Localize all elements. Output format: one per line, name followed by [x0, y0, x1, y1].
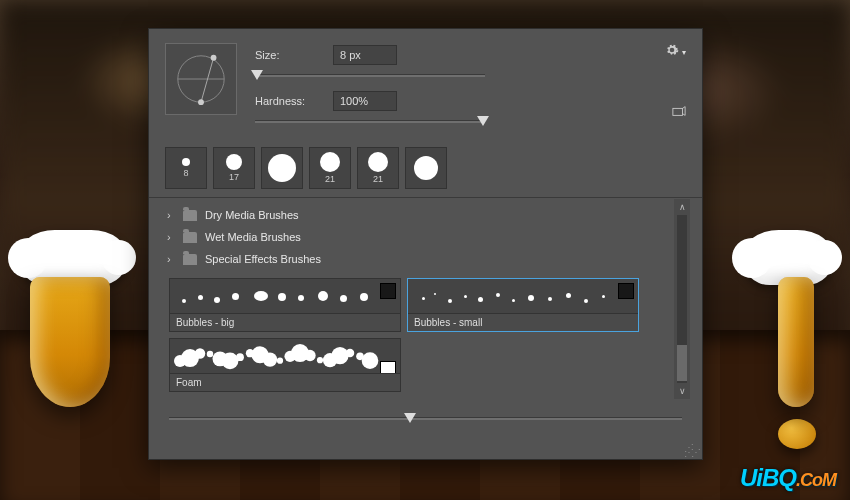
svg-point-8 [195, 348, 205, 358]
brush-preset[interactable] [261, 147, 303, 189]
brush-preset[interactable]: 21 [357, 147, 399, 189]
background-beer-letter-p [18, 230, 128, 407]
brush-folder[interactable]: ›Dry Media Brushes [161, 204, 690, 226]
brush-settings-panel: Size: 8 px Hardness: 100% ▾ 8172121 ›Dry… [148, 28, 703, 460]
svg-point-20 [317, 357, 323, 363]
svg-point-15 [263, 352, 277, 366]
svg-point-9 [207, 351, 213, 357]
scroll-up-icon[interactable]: ∧ [674, 199, 690, 215]
brush-preset[interactable]: 8 [165, 147, 207, 189]
brush-preset[interactable] [405, 147, 447, 189]
brush-folder[interactable]: ›Wet Media Brushes [161, 226, 690, 248]
svg-point-22 [331, 347, 348, 364]
gear-icon[interactable]: ▾ [665, 43, 686, 59]
folder-icon [183, 210, 197, 221]
background-beer-exclaim [742, 230, 834, 449]
size-label: Size: [255, 49, 319, 61]
folder-label: Special Effects Brushes [205, 253, 321, 265]
new-preset-icon[interactable] [672, 105, 686, 119]
brush-tip-thumbnail [380, 361, 396, 373]
size-input[interactable]: 8 px [333, 45, 397, 65]
svg-point-11 [222, 353, 239, 370]
folder-label: Wet Media Brushes [205, 231, 301, 243]
brush-tile[interactable]: ✎Bubbles - big [169, 278, 401, 332]
brush-angle-control[interactable] [165, 43, 237, 115]
resize-grip-icon[interactable]: ⋰⋰⋰ [684, 445, 698, 455]
brush-tip-thumbnail [380, 283, 396, 299]
brush-label: Bubbles - big [170, 313, 400, 331]
brush-tile[interactable]: Foam [169, 338, 401, 392]
brush-tile[interactable]: ✎Bubbles - small [407, 278, 639, 332]
brush-preset[interactable]: 21 [309, 147, 351, 189]
watermark: UiBQ.CoM [740, 464, 836, 492]
hardness-slider[interactable] [255, 115, 485, 129]
chevron-right-icon: › [167, 253, 175, 265]
svg-rect-5 [673, 108, 683, 115]
folder-icon [183, 232, 197, 243]
brush-label: Bubbles - small [408, 313, 638, 331]
svg-point-25 [362, 352, 379, 369]
brush-preset[interactable]: 17 [213, 147, 255, 189]
svg-point-4 [211, 55, 217, 61]
svg-line-2 [201, 58, 214, 102]
folder-label: Dry Media Brushes [205, 209, 299, 221]
preview-size-slider[interactable] [169, 412, 682, 426]
chevron-right-icon: › [167, 231, 175, 243]
brush-preset-row: 8172121 [149, 139, 702, 198]
folder-icon [183, 254, 197, 265]
hardness-label: Hardness: [255, 95, 319, 107]
brush-label: Foam [170, 373, 400, 391]
hardness-input[interactable]: 100% [333, 91, 397, 111]
svg-point-3 [198, 99, 204, 105]
svg-point-12 [236, 353, 244, 361]
size-slider[interactable] [255, 69, 485, 83]
svg-point-23 [346, 349, 354, 357]
scrollbar[interactable]: ∧ ∨ [674, 199, 690, 399]
svg-point-19 [304, 350, 315, 361]
brush-folder[interactable]: ›Special Effects Brushes [161, 248, 690, 270]
svg-point-16 [277, 358, 283, 364]
scroll-down-icon[interactable]: ∨ [674, 383, 690, 399]
chevron-right-icon: › [167, 209, 175, 221]
brush-tip-thumbnail [618, 283, 634, 299]
